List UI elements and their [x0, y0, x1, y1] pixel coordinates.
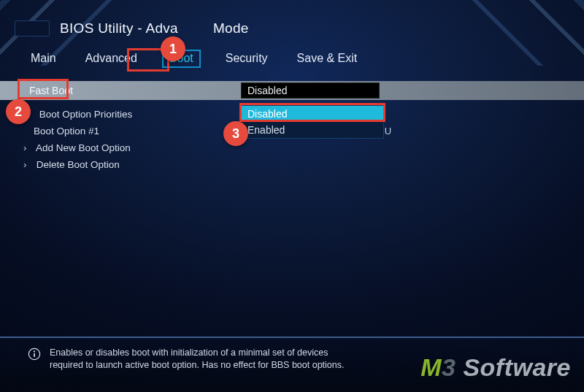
tab-bar: Main Advanced Boot Security Save & Exit	[0, 44, 584, 72]
tab-security[interactable]: Security	[221, 50, 272, 68]
page-title: BIOS Utility - Advanced Mode	[60, 20, 249, 36]
dropdown-option-disabled[interactable]: Disabled	[242, 106, 383, 122]
help-footer: Enables or disables boot with initializa…	[0, 337, 584, 392]
svg-point-1	[34, 350, 35, 352]
help-text: Enables or disables boot with initializa…	[50, 347, 364, 372]
brand-logo	[15, 20, 50, 36]
tab-advanced[interactable]: Advanced	[81, 50, 142, 68]
setting-fast-boot[interactable]: Fast Boot Disabled	[0, 81, 584, 100]
header-bar: BIOS Utility - Advanced Mode	[0, 0, 584, 44]
setting-label: Fast Boot	[0, 85, 241, 96]
dropdown-option-enabled[interactable]: Enabled	[242, 122, 383, 138]
info-icon	[28, 347, 42, 362]
tab-boot[interactable]: Boot	[162, 50, 201, 68]
svg-rect-2	[34, 353, 35, 357]
item-delete-boot-option[interactable]: Delete Boot Option	[23, 156, 584, 173]
tab-main[interactable]: Main	[26, 50, 61, 68]
item-add-new-boot-option[interactable]: Add New Boot Option	[23, 139, 584, 156]
fast-boot-dropdown[interactable]: Disabled Enabled	[241, 105, 384, 139]
tab-save-exit[interactable]: Save & Exit	[293, 50, 362, 68]
setting-value[interactable]: Disabled	[241, 82, 380, 99]
